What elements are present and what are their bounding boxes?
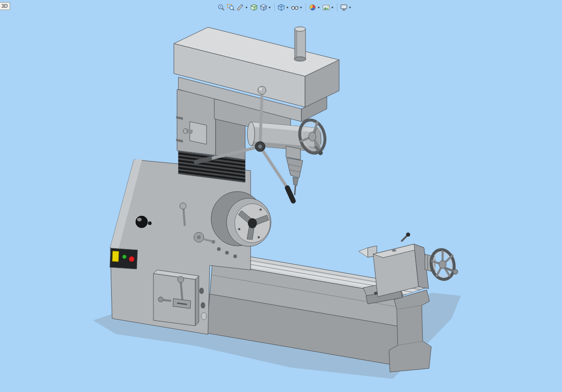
apron-gearbox[interactable] xyxy=(153,270,199,326)
model-canvas[interactable] xyxy=(0,0,562,392)
green-button xyxy=(123,255,127,259)
drawbar[interactable] xyxy=(294,27,306,61)
red-button xyxy=(129,256,134,262)
tailstock-handwheel[interactable] xyxy=(425,248,458,282)
yellow-button xyxy=(112,251,119,262)
three-jaw-chuck[interactable] xyxy=(211,191,271,246)
control-buttons[interactable] xyxy=(110,248,138,269)
cad-viewport-window: 3D ▾ ▾ ▾ ▾ ▾ xyxy=(0,0,562,392)
